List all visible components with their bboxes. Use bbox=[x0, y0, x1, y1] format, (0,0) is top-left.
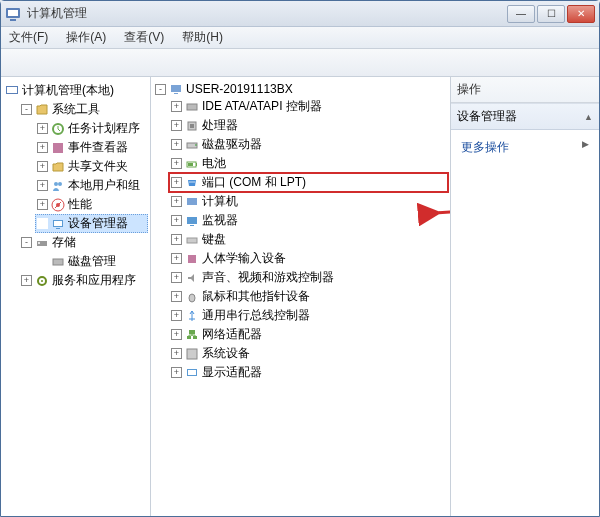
maximize-button[interactable]: ☐ bbox=[537, 5, 565, 23]
expand-icon[interactable]: + bbox=[21, 275, 32, 286]
network-icon bbox=[185, 328, 199, 342]
expand-icon[interactable]: + bbox=[171, 234, 182, 245]
cat-display[interactable]: +显示适配器 bbox=[169, 363, 448, 382]
action-more[interactable]: 更多操作 ▶ bbox=[461, 136, 589, 159]
expand-icon[interactable]: + bbox=[171, 158, 182, 169]
menubar: 文件(F) 操作(A) 查看(V) 帮助(H) bbox=[1, 27, 599, 49]
battery-icon bbox=[185, 157, 199, 171]
expand-icon[interactable]: + bbox=[37, 180, 48, 191]
label: 系统工具 bbox=[52, 101, 100, 118]
pc-icon bbox=[185, 195, 199, 209]
tree-root[interactable]: 计算机管理(本地) bbox=[3, 81, 148, 100]
svg-rect-39 bbox=[189, 330, 195, 334]
display-icon bbox=[185, 366, 199, 380]
cat-ports[interactable]: +端口 (COM 和 LPT) bbox=[169, 173, 448, 192]
expand-icon[interactable]: + bbox=[171, 101, 182, 112]
cat-hid[interactable]: +人体学输入设备 bbox=[169, 249, 448, 268]
monitor-icon bbox=[185, 214, 199, 228]
cat-ide[interactable]: +IDE ATA/ATAPI 控制器 bbox=[169, 97, 448, 116]
label: 任务计划程序 bbox=[68, 120, 140, 137]
tree-services-apps[interactable]: + 服务和应用程序 bbox=[19, 271, 148, 290]
toolbar bbox=[1, 49, 599, 77]
cat-network[interactable]: +网络适配器 bbox=[169, 325, 448, 344]
svg-rect-44 bbox=[188, 370, 196, 375]
expand-icon[interactable]: + bbox=[171, 196, 182, 207]
label: 事件查看器 bbox=[68, 139, 128, 156]
expand-icon[interactable]: + bbox=[171, 215, 182, 226]
label: 处理器 bbox=[202, 117, 238, 134]
tree-performance[interactable]: +性能 bbox=[35, 195, 148, 214]
perf-icon bbox=[51, 198, 65, 212]
expand-icon[interactable]: + bbox=[171, 348, 182, 359]
cat-monitor[interactable]: +监视器 bbox=[169, 211, 448, 230]
collapse-icon[interactable]: - bbox=[21, 237, 32, 248]
menu-view[interactable]: 查看(V) bbox=[120, 27, 168, 48]
label: 显示适配器 bbox=[202, 364, 262, 381]
svg-rect-17 bbox=[53, 259, 63, 265]
minimize-button[interactable]: — bbox=[507, 5, 535, 23]
expand-icon[interactable]: + bbox=[171, 367, 182, 378]
menu-action[interactable]: 操作(A) bbox=[62, 27, 110, 48]
tree-device-manager[interactable]: 设备管理器 bbox=[35, 214, 148, 233]
expand-icon[interactable]: + bbox=[171, 177, 182, 188]
window-buttons: — ☐ ✕ bbox=[507, 5, 595, 23]
event-icon bbox=[51, 141, 65, 155]
expand-icon[interactable]: + bbox=[171, 291, 182, 302]
port-icon bbox=[185, 176, 199, 190]
svg-point-32 bbox=[193, 181, 194, 182]
expand-icon[interactable]: + bbox=[37, 199, 48, 210]
svg-rect-36 bbox=[187, 238, 197, 243]
cat-system-devices[interactable]: +系统设备 bbox=[169, 344, 448, 363]
label: 磁盘管理 bbox=[68, 253, 116, 270]
label: 设备管理器 bbox=[68, 215, 128, 232]
menu-file[interactable]: 文件(F) bbox=[5, 27, 52, 48]
tree-disk-management[interactable]: 磁盘管理 bbox=[35, 252, 148, 271]
label: 端口 (COM 和 LPT) bbox=[202, 174, 306, 191]
services-icon bbox=[35, 274, 49, 288]
tree-event-viewer[interactable]: +事件查看器 bbox=[35, 138, 148, 157]
tree-task-scheduler[interactable]: +任务计划程序 bbox=[35, 119, 148, 138]
cat-computer[interactable]: +计算机 bbox=[169, 192, 448, 211]
label: 更多操作 bbox=[461, 140, 509, 154]
expand-icon[interactable]: + bbox=[171, 329, 182, 340]
svg-rect-24 bbox=[190, 124, 194, 128]
actions-header: 操作 bbox=[451, 77, 599, 103]
usb-icon bbox=[185, 309, 199, 323]
svg-rect-37 bbox=[188, 255, 196, 263]
label: 系统设备 bbox=[202, 345, 250, 362]
label: IDE ATA/ATAPI 控制器 bbox=[202, 98, 322, 115]
svg-rect-2 bbox=[10, 19, 16, 21]
svg-rect-33 bbox=[187, 198, 197, 205]
actions-section[interactable]: 设备管理器 ▲ bbox=[451, 103, 599, 130]
label: 监视器 bbox=[202, 212, 238, 229]
collapse-icon[interactable]: - bbox=[155, 84, 166, 95]
expand-icon[interactable]: + bbox=[171, 310, 182, 321]
cat-usb[interactable]: +通用串行总线控制器 bbox=[169, 306, 448, 325]
menu-help[interactable]: 帮助(H) bbox=[178, 27, 227, 48]
device-root[interactable]: - USER-20191113BX bbox=[153, 81, 448, 97]
expand-icon[interactable]: + bbox=[171, 120, 182, 131]
svg-rect-22 bbox=[187, 104, 197, 110]
svg-rect-20 bbox=[171, 85, 181, 92]
cat-processor[interactable]: +处理器 bbox=[169, 116, 448, 135]
cat-sound[interactable]: +声音、视频和游戏控制器 bbox=[169, 268, 448, 287]
close-button[interactable]: ✕ bbox=[567, 5, 595, 23]
cat-battery[interactable]: +电池 bbox=[169, 154, 448, 173]
expand-icon[interactable]: + bbox=[171, 272, 182, 283]
tree-local-users[interactable]: +本地用户和组 bbox=[35, 176, 148, 195]
tree-storage[interactable]: - 存储 bbox=[19, 233, 148, 252]
expand-icon[interactable]: + bbox=[171, 139, 182, 150]
collapse-icon[interactable]: - bbox=[21, 104, 32, 115]
svg-point-38 bbox=[189, 294, 195, 302]
tree-shared-folders[interactable]: +共享文件夹 bbox=[35, 157, 148, 176]
cat-mouse[interactable]: +鼠标和其他指针设备 bbox=[169, 287, 448, 306]
cat-keyboard[interactable]: +键盘 bbox=[169, 230, 448, 249]
expand-icon[interactable]: + bbox=[171, 253, 182, 264]
expand-icon[interactable]: + bbox=[37, 142, 48, 153]
tree-system-tools[interactable]: - 系统工具 bbox=[19, 100, 148, 119]
no-toggle bbox=[37, 218, 48, 229]
cat-disk[interactable]: +磁盘驱动器 bbox=[169, 135, 448, 154]
cpu-icon bbox=[185, 119, 199, 133]
expand-icon[interactable]: + bbox=[37, 123, 48, 134]
expand-icon[interactable]: + bbox=[37, 161, 48, 172]
